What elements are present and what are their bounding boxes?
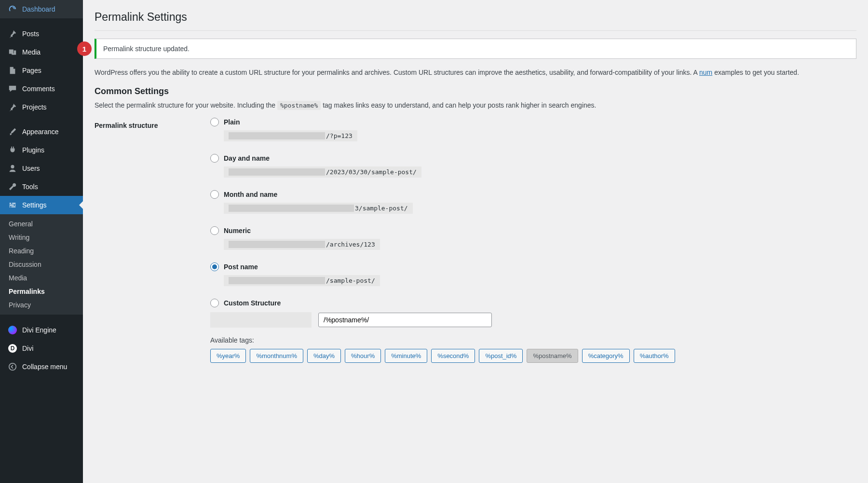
sidebar-item-label: Divi Engine <box>22 326 56 334</box>
option-month-name: Month and name 3/sample-post/ <box>210 190 856 214</box>
wrench-icon <box>8 182 17 192</box>
sidebar-item-tools[interactable]: Tools <box>0 178 83 196</box>
radio-plain[interactable] <box>210 118 219 126</box>
option-plain: Plain /?p=123 <box>210 118 856 141</box>
title-divider <box>95 30 856 31</box>
radio-day-name[interactable] <box>210 154 219 163</box>
option-label[interactable]: Plain <box>224 118 240 126</box>
sidebar-item-label: Comments <box>22 85 55 93</box>
radio-month-name[interactable] <box>210 190 219 199</box>
sidebar-item-users[interactable]: Users <box>0 159 83 178</box>
submenu-item-permalinks[interactable]: Permalinks <box>0 285 83 298</box>
page-icon <box>8 66 17 75</box>
permalink-options: Plain /?p=123 Day and name /2023/03/30/s… <box>210 118 856 375</box>
radio-post-name[interactable] <box>210 262 219 271</box>
available-tags-label: Available tags: <box>210 336 856 344</box>
submenu-item-writing[interactable]: Writing <box>0 231 83 244</box>
example-month-name: 3/sample-post/ <box>224 203 413 214</box>
tag-day[interactable]: %day% <box>307 349 341 363</box>
example-post-name: /sample-post/ <box>224 275 380 286</box>
sidebar-item-media[interactable]: Media <box>0 43 83 61</box>
sidebar-item-projects[interactable]: Projects <box>0 98 83 116</box>
sidebar-item-settings[interactable]: Settings <box>0 196 83 214</box>
collapse-icon <box>8 362 17 372</box>
submenu-item-reading[interactable]: Reading <box>0 244 83 258</box>
dashboard-icon <box>8 4 17 14</box>
sidebar-item-label: Dashboard <box>22 5 55 13</box>
example-plain: /?p=123 <box>224 130 357 141</box>
option-custom: Custom Structure Available tags: %year% … <box>210 299 856 363</box>
permalink-structure-label: Permalink structure <box>95 118 191 129</box>
common-settings-desc: Select the permalink structure for your … <box>95 101 856 109</box>
collapse-label: Collapse menu <box>22 363 67 371</box>
tag-category[interactable]: %category% <box>582 349 630 363</box>
sidebar-item-label: Divi <box>22 345 33 352</box>
sidebar-item-label: Settings <box>22 201 47 209</box>
sidebar-item-divi-engine[interactable]: Divi Engine <box>0 321 83 339</box>
intro-paragraph: WordPress offers you the ability to crea… <box>95 68 856 78</box>
option-label[interactable]: Custom Structure <box>224 299 281 307</box>
notice-text: Permalink structure updated. <box>103 45 190 53</box>
success-notice: 1 Permalink structure updated. <box>95 39 856 59</box>
submenu-item-privacy[interactable]: Privacy <box>0 298 83 312</box>
tag-postname[interactable]: %postname% <box>527 349 578 363</box>
tag-author[interactable]: %author% <box>634 349 675 363</box>
example-numeric: /archives/123 <box>224 239 380 250</box>
custom-structure-input[interactable] <box>318 313 492 327</box>
radio-numeric[interactable] <box>210 226 219 235</box>
sliders-icon <box>8 200 17 210</box>
svg-point-0 <box>9 363 16 370</box>
admin-sidebar: Dashboard Posts Media Pages Comments Pro… <box>0 0 83 395</box>
tag-year[interactable]: %year% <box>210 349 246 363</box>
submenu-item-media[interactable]: Media <box>0 271 83 285</box>
available-tags: %year% %monthnum% %day% %hour% %minute% … <box>210 349 856 363</box>
collapse-menu-button[interactable]: Collapse menu <box>0 358 83 376</box>
sidebar-item-dashboard[interactable]: Dashboard <box>0 0 83 18</box>
sidebar-item-comments[interactable]: Comments <box>0 80 83 98</box>
sidebar-item-plugins[interactable]: Plugins <box>0 141 83 159</box>
tag-monthnum[interactable]: %monthnum% <box>250 349 303 363</box>
sidebar-item-label: Plugins <box>22 146 44 154</box>
option-label[interactable]: Post name <box>224 263 258 271</box>
divi-d-icon: D <box>8 344 17 353</box>
submenu-item-general[interactable]: General <box>0 217 83 231</box>
tag-post-id[interactable]: %post_id% <box>479 349 523 363</box>
tag-hour[interactable]: %hour% <box>345 349 381 363</box>
sidebar-item-posts[interactable]: Posts <box>0 25 83 43</box>
sidebar-item-label: Projects <box>22 103 47 111</box>
sidebar-item-label: Users <box>22 165 40 172</box>
media-icon <box>8 47 17 57</box>
custom-base-url <box>210 312 312 328</box>
postname-tag-code: %postname% <box>277 101 321 110</box>
option-day-name: Day and name /2023/03/30/sample-post/ <box>210 154 856 178</box>
tag-minute[interactable]: %minute% <box>385 349 427 363</box>
page-title: Permalink Settings <box>95 5 856 27</box>
user-icon <box>8 164 17 173</box>
option-label[interactable]: Numeric <box>224 227 251 235</box>
brush-icon <box>8 127 17 137</box>
intro-link[interactable]: num <box>699 69 712 76</box>
sidebar-item-pages[interactable]: Pages <box>0 61 83 80</box>
common-settings-heading: Common Settings <box>95 86 856 97</box>
radio-custom[interactable] <box>210 299 219 307</box>
sidebar-item-label: Appearance <box>22 128 59 136</box>
option-numeric: Numeric /archives/123 <box>210 226 856 250</box>
option-label[interactable]: Month and name <box>224 191 277 198</box>
sidebar-item-label: Tools <box>22 183 38 191</box>
example-day-name: /2023/03/30/sample-post/ <box>224 166 421 178</box>
comment-icon <box>8 84 17 94</box>
sidebar-item-label: Pages <box>22 67 41 74</box>
divi-engine-icon <box>8 325 17 335</box>
sidebar-item-divi[interactable]: D Divi <box>0 339 83 358</box>
sidebar-item-label: Media <box>22 48 41 56</box>
settings-submenu: General Writing Reading Discussion Media… <box>0 214 83 315</box>
option-post-name: Post name /sample-post/ <box>210 262 856 286</box>
submenu-item-discussion[interactable]: Discussion <box>0 258 83 271</box>
option-label[interactable]: Day and name <box>224 154 270 162</box>
tag-second[interactable]: %second% <box>431 349 475 363</box>
annotation-badge: 1 <box>77 41 92 56</box>
sidebar-item-label: Posts <box>22 30 39 38</box>
pin-icon <box>8 29 17 39</box>
sidebar-item-appearance[interactable]: Appearance <box>0 123 83 141</box>
pin-icon <box>8 102 17 112</box>
